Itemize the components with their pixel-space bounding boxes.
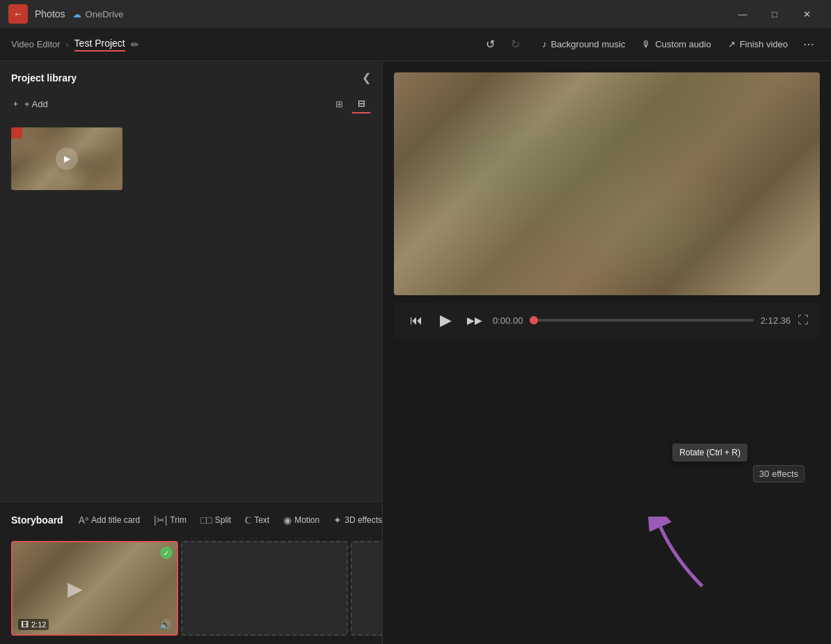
video-preview: [394, 72, 820, 295]
time-current: 0:00.00: [493, 315, 523, 326]
nav-actions: ♪ Background music 🎙 Custom audio ↗ Fini…: [535, 33, 820, 56]
skip-forward-button[interactable]: ▶▶: [464, 309, 486, 331]
split-button[interactable]: □□ Split: [196, 512, 235, 528]
redo-button[interactable]: ↻: [505, 33, 527, 56]
trim-label: Trim: [170, 515, 187, 525]
window-controls: — □ ✕: [727, 3, 823, 25]
storyboard-header: Storyboard Aᵃ Add title card |✂| Trim □□…: [0, 502, 382, 538]
right-panel: ⏮ ▶ ▶▶ 0:00.00 2:12.36 ⛶: [383, 61, 831, 644]
title-card-icon: Aᵃ: [79, 515, 88, 526]
storyboard-timeline: ✓ ▶ 🎞 2:12 🔊: [0, 538, 382, 644]
3d-effects-label: 3D effects: [345, 515, 382, 525]
background-music-button[interactable]: ♪ Background music: [535, 35, 632, 54]
more-options-button[interactable]: ⋯: [798, 33, 820, 56]
clip-audio-icon: 🔊: [159, 619, 171, 630]
text-icon: Ꞇ: [245, 515, 251, 526]
library-toolbar: ＋ + Add ⊞ ⊟: [0, 91, 382, 120]
view-toggle: ⊞ ⊟: [329, 94, 371, 113]
collapse-panel-button[interactable]: ❮: [362, 71, 371, 84]
main-layout: Project library ❮ ＋ + Add ⊞ ⊟ ▶ Storyboa…: [0, 61, 831, 644]
timeline-clip-2[interactable]: [181, 541, 348, 636]
clip-duration: 🎞 2:12: [18, 619, 49, 630]
breadcrumb-parent[interactable]: Video Editor: [11, 39, 61, 49]
fullscreen-button[interactable]: ⛶: [798, 314, 809, 327]
custom-audio-button[interactable]: 🎙 Custom audio: [635, 35, 718, 54]
time-total: 2:12.36: [761, 315, 791, 326]
maximize-button[interactable]: □: [759, 3, 791, 25]
clip-selected-check: ✓: [160, 547, 173, 559]
finish-video-label: Finish video: [740, 39, 788, 49]
onedrive-label: OneDrive: [86, 9, 124, 19]
thumbnail-play-icon: ▶: [56, 148, 78, 170]
motion-icon: ◉: [283, 515, 292, 526]
app-name: Photos: [35, 8, 65, 19]
background-music-label: Background music: [551, 39, 625, 49]
3d-effects-icon: ✦: [333, 515, 342, 526]
add-icon: ＋: [11, 97, 20, 110]
progress-indicator: [530, 316, 538, 324]
undo-redo-controls: ↺ ↻: [480, 33, 527, 56]
library-content: ▶: [0, 120, 382, 501]
play-pause-button[interactable]: ▶: [434, 309, 457, 331]
export-icon: ↗: [728, 39, 736, 49]
clip-play-icon: ▶: [68, 577, 83, 600]
breadcrumb: Video Editor › Test Project ✏: [11, 38, 139, 52]
minimize-button[interactable]: —: [727, 3, 759, 25]
rotate-tooltip: Rotate (Ctrl + R): [672, 443, 747, 462]
duration-value: 2:12: [31, 620, 46, 629]
left-panel: Project library ❮ ＋ + Add ⊞ ⊟ ▶ Storyboa…: [0, 61, 383, 644]
finish-video-button[interactable]: ↗ Finish video: [721, 35, 795, 54]
add-label: + Add: [24, 99, 48, 109]
media-thumbnail[interactable]: ▶: [11, 127, 122, 190]
grid-view-button[interactable]: ⊞: [329, 94, 349, 113]
duration-icon: 🎞: [21, 620, 29, 629]
thumbnail-corner: [11, 127, 22, 139]
text-label: Text: [254, 515, 269, 525]
timeline-clip-3[interactable]: [351, 541, 382, 636]
storyboard-title: Storyboard: [11, 515, 63, 526]
timeline-clip-1[interactable]: ✓ ▶ 🎞 2:12 🔊: [11, 541, 178, 636]
project-title: Test Project: [74, 38, 125, 52]
trim-icon: |✂|: [154, 515, 167, 526]
nav-bar: Video Editor › Test Project ✏ ↺ ↻ ♪ Back…: [0, 28, 831, 61]
project-library-header: Project library ❮: [0, 61, 382, 91]
skip-back-button[interactable]: ⏮: [405, 309, 427, 331]
playback-controls: ⏮ ▶ ▶▶ 0:00.00 2:12.36 ⛶: [394, 302, 820, 338]
title-bar-left: ← Photos ☁ OneDrive: [8, 4, 124, 24]
back-button[interactable]: ←: [8, 4, 28, 24]
video-frame: [394, 72, 820, 295]
undo-button[interactable]: ↺: [480, 33, 502, 56]
tooltip-text: Rotate (Ctrl + R): [679, 448, 741, 457]
breadcrumb-separator: ›: [66, 40, 69, 49]
add-title-card-button[interactable]: Aᵃ Add title card: [74, 512, 144, 528]
effects-count-badge: 30 effects: [753, 465, 805, 482]
close-button[interactable]: ✕: [791, 3, 823, 25]
trim-button[interactable]: |✂| Trim: [150, 512, 191, 528]
motion-label: Motion: [294, 515, 319, 525]
motion-button[interactable]: ◉ Motion: [279, 512, 324, 528]
add-title-card-label: Add title card: [91, 515, 140, 525]
list-view-button[interactable]: ⊟: [351, 94, 371, 113]
storyboard-section: Storyboard Aᵃ Add title card |✂| Trim □□…: [0, 501, 382, 644]
music-icon: ♪: [542, 39, 547, 49]
split-icon: □□: [200, 515, 212, 526]
title-bar: ← Photos ☁ OneDrive — □ ✕: [0, 0, 831, 28]
text-button[interactable]: Ꞇ Text: [241, 512, 274, 529]
custom-audio-label: Custom audio: [655, 39, 711, 49]
audio-icon: 🎙: [642, 39, 651, 49]
edit-title-icon[interactable]: ✏: [131, 39, 139, 50]
project-library-title: Project library: [11, 72, 77, 84]
effects-count-label: 30 effects: [759, 469, 798, 479]
3d-effects-button[interactable]: ✦ 3D effects: [329, 512, 382, 528]
split-label: Split: [215, 515, 231, 525]
cloud-icon: ☁: [72, 9, 81, 19]
onedrive-indicator: ☁ OneDrive: [72, 9, 124, 19]
add-media-button[interactable]: ＋ + Add: [11, 97, 48, 110]
progress-bar[interactable]: [530, 319, 753, 322]
